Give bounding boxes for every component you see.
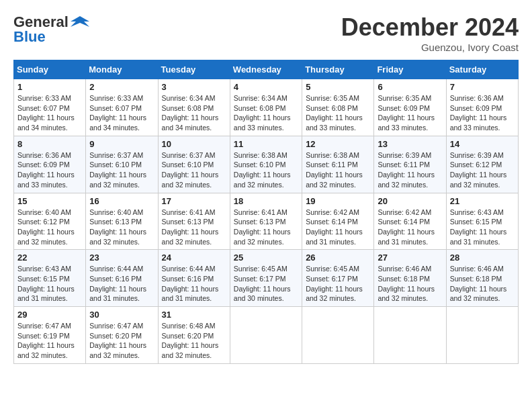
location-subtitle: Guenzou, Ivory Coast: [341, 42, 519, 53]
calendar-day-cell: 1Sunrise: 6:33 AMSunset: 6:07 PMDaylight…: [14, 79, 86, 136]
calendar-week-row: 22Sunrise: 6:43 AMSunset: 6:15 PMDayligh…: [14, 250, 519, 307]
day-number: 14: [450, 139, 515, 149]
day-number: 13: [378, 139, 442, 149]
calendar-week-row: 1Sunrise: 6:33 AMSunset: 6:07 PMDaylight…: [14, 79, 519, 136]
day-info: Sunrise: 6:35 AMSunset: 6:09 PMDaylight:…: [378, 93, 442, 133]
calendar-day-cell: 29Sunrise: 6:47 AMSunset: 6:19 PMDayligh…: [14, 307, 86, 364]
day-number: 21: [450, 196, 515, 206]
day-info: Sunrise: 6:34 AMSunset: 6:08 PMDaylight:…: [162, 93, 226, 133]
calendar-day-cell: [374, 307, 446, 364]
month-title: December 2024: [341, 13, 519, 42]
day-of-week-header: Monday: [86, 60, 158, 79]
day-info: Sunrise: 6:48 AMSunset: 6:20 PMDaylight:…: [162, 321, 226, 361]
calendar-header-row: SundayMondayTuesdayWednesdayThursdayFrid…: [14, 60, 519, 79]
calendar-day-cell: 6Sunrise: 6:35 AMSunset: 6:09 PMDaylight…: [374, 79, 446, 136]
calendar-day-cell: 8Sunrise: 6:36 AMSunset: 6:09 PMDaylight…: [14, 136, 86, 193]
calendar-day-cell: 30Sunrise: 6:47 AMSunset: 6:20 PMDayligh…: [86, 307, 158, 364]
calendar-day-cell: 2Sunrise: 6:33 AMSunset: 6:07 PMDaylight…: [86, 79, 158, 136]
day-number: 2: [89, 82, 154, 92]
day-info: Sunrise: 6:41 AMSunset: 6:13 PMDaylight:…: [234, 208, 298, 247]
calendar-day-cell: 3Sunrise: 6:34 AMSunset: 6:08 PMDaylight…: [158, 79, 230, 136]
day-number: 22: [17, 253, 82, 263]
day-number: 28: [450, 253, 515, 263]
calendar-day-cell: [446, 307, 518, 364]
day-number: 19: [306, 196, 370, 206]
day-info: Sunrise: 6:47 AMSunset: 6:19 PMDaylight:…: [17, 321, 82, 361]
day-info: Sunrise: 6:43 AMSunset: 6:15 PMDaylight:…: [450, 208, 515, 247]
calendar-table: SundayMondayTuesdayWednesdayThursdayFrid…: [13, 60, 519, 364]
svg-marker-0: [71, 16, 89, 27]
day-number: 12: [306, 139, 370, 149]
day-number: 30: [89, 310, 154, 320]
day-number: 27: [378, 253, 442, 263]
calendar-day-cell: 28Sunrise: 6:46 AMSunset: 6:18 PMDayligh…: [446, 250, 518, 307]
calendar-week-row: 29Sunrise: 6:47 AMSunset: 6:19 PMDayligh…: [14, 307, 519, 364]
calendar-day-cell: 12Sunrise: 6:38 AMSunset: 6:11 PMDayligh…: [302, 136, 374, 193]
day-of-week-header: Friday: [374, 60, 446, 79]
day-info: Sunrise: 6:40 AMSunset: 6:13 PMDaylight:…: [89, 208, 154, 247]
day-number: 3: [162, 82, 226, 92]
day-of-week-header: Tuesday: [158, 60, 230, 79]
day-info: Sunrise: 6:47 AMSunset: 6:20 PMDaylight:…: [89, 321, 154, 361]
day-info: Sunrise: 6:36 AMSunset: 6:09 PMDaylight:…: [17, 150, 82, 190]
day-number: 15: [17, 196, 82, 206]
logo-blue-text: Blue: [13, 28, 46, 46]
calendar-day-cell: 27Sunrise: 6:46 AMSunset: 6:18 PMDayligh…: [374, 250, 446, 307]
day-info: Sunrise: 6:38 AMSunset: 6:10 PMDaylight:…: [234, 150, 298, 190]
day-number: 17: [162, 196, 226, 206]
calendar-day-cell: 19Sunrise: 6:42 AMSunset: 6:14 PMDayligh…: [302, 193, 374, 250]
day-info: Sunrise: 6:43 AMSunset: 6:15 PMDaylight:…: [17, 264, 82, 304]
day-of-week-header: Thursday: [302, 60, 374, 79]
calendar-day-cell: 10Sunrise: 6:37 AMSunset: 6:10 PMDayligh…: [158, 136, 230, 193]
day-info: Sunrise: 6:37 AMSunset: 6:10 PMDaylight:…: [89, 150, 154, 190]
day-number: 18: [234, 196, 298, 206]
day-info: Sunrise: 6:38 AMSunset: 6:11 PMDaylight:…: [306, 150, 370, 190]
title-block: December 2024 Guenzou, Ivory Coast: [341, 13, 519, 53]
day-number: 8: [17, 139, 82, 149]
day-number: 4: [234, 82, 298, 92]
day-info: Sunrise: 6:45 AMSunset: 6:17 PMDaylight:…: [306, 264, 370, 304]
calendar-day-cell: 20Sunrise: 6:42 AMSunset: 6:14 PMDayligh…: [374, 193, 446, 250]
calendar-week-row: 8Sunrise: 6:36 AMSunset: 6:09 PMDaylight…: [14, 136, 519, 193]
day-info: Sunrise: 6:37 AMSunset: 6:10 PMDaylight:…: [162, 150, 226, 190]
calendar-week-row: 15Sunrise: 6:40 AMSunset: 6:12 PMDayligh…: [14, 193, 519, 250]
day-number: 10: [162, 139, 226, 149]
day-number: 23: [89, 253, 154, 263]
day-number: 7: [450, 82, 515, 92]
day-number: 20: [378, 196, 442, 206]
calendar-day-cell: 24Sunrise: 6:44 AMSunset: 6:16 PMDayligh…: [158, 250, 230, 307]
page-header: General Blue December 2024 Guenzou, Ivor…: [13, 13, 519, 53]
day-of-week-header: Wednesday: [230, 60, 302, 79]
day-info: Sunrise: 6:40 AMSunset: 6:12 PMDaylight:…: [17, 208, 82, 247]
calendar-day-cell: 26Sunrise: 6:45 AMSunset: 6:17 PMDayligh…: [302, 250, 374, 307]
day-number: 5: [306, 82, 370, 92]
calendar-day-cell: 15Sunrise: 6:40 AMSunset: 6:12 PMDayligh…: [14, 193, 86, 250]
calendar-day-cell: 25Sunrise: 6:45 AMSunset: 6:17 PMDayligh…: [230, 250, 302, 307]
day-info: Sunrise: 6:41 AMSunset: 6:13 PMDaylight:…: [162, 208, 226, 247]
day-info: Sunrise: 6:36 AMSunset: 6:09 PMDaylight:…: [450, 93, 515, 133]
day-number: 25: [234, 253, 298, 263]
calendar-day-cell: 7Sunrise: 6:36 AMSunset: 6:09 PMDaylight…: [446, 79, 518, 136]
day-info: Sunrise: 6:46 AMSunset: 6:18 PMDaylight:…: [450, 264, 515, 304]
day-number: 24: [162, 253, 226, 263]
day-number: 16: [89, 196, 154, 206]
calendar-day-cell: 16Sunrise: 6:40 AMSunset: 6:13 PMDayligh…: [86, 193, 158, 250]
day-number: 31: [162, 310, 226, 320]
calendar-day-cell: [302, 307, 374, 364]
day-of-week-header: Saturday: [446, 60, 518, 79]
day-info: Sunrise: 6:33 AMSunset: 6:07 PMDaylight:…: [17, 93, 82, 133]
day-info: Sunrise: 6:35 AMSunset: 6:08 PMDaylight:…: [306, 93, 370, 133]
calendar-day-cell: [230, 307, 302, 364]
logo: General Blue: [13, 13, 89, 46]
day-info: Sunrise: 6:44 AMSunset: 6:16 PMDaylight:…: [89, 264, 154, 304]
calendar-day-cell: 17Sunrise: 6:41 AMSunset: 6:13 PMDayligh…: [158, 193, 230, 250]
calendar-day-cell: 5Sunrise: 6:35 AMSunset: 6:08 PMDaylight…: [302, 79, 374, 136]
day-number: 9: [89, 139, 154, 149]
calendar-day-cell: 13Sunrise: 6:39 AMSunset: 6:11 PMDayligh…: [374, 136, 446, 193]
calendar-day-cell: 4Sunrise: 6:34 AMSunset: 6:08 PMDaylight…: [230, 79, 302, 136]
calendar-day-cell: 11Sunrise: 6:38 AMSunset: 6:10 PMDayligh…: [230, 136, 302, 193]
day-info: Sunrise: 6:46 AMSunset: 6:18 PMDaylight:…: [378, 264, 442, 304]
day-info: Sunrise: 6:42 AMSunset: 6:14 PMDaylight:…: [378, 208, 442, 247]
day-info: Sunrise: 6:34 AMSunset: 6:08 PMDaylight:…: [234, 93, 298, 133]
day-number: 1: [17, 82, 82, 92]
